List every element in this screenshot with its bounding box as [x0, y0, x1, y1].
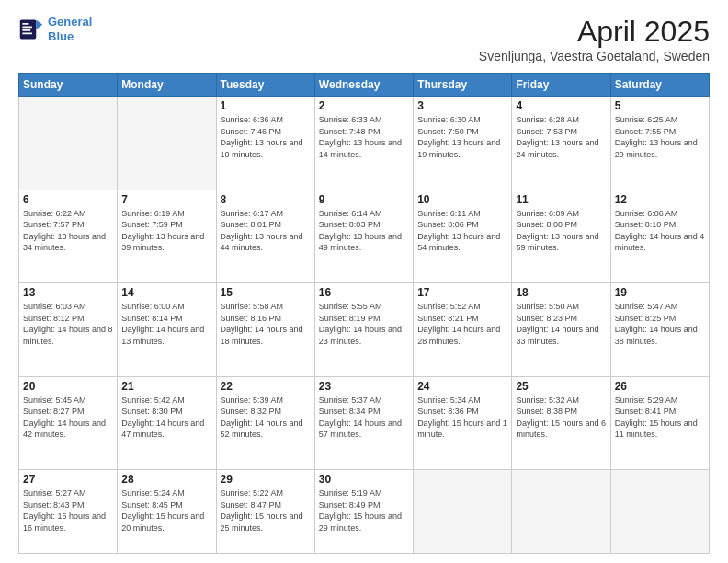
- day-cell: [19, 97, 118, 190]
- day-cell: 24Sunrise: 5:34 AMSunset: 8:36 PMDayligh…: [414, 376, 512, 470]
- day-cell: 29Sunrise: 5:22 AMSunset: 8:47 PMDayligh…: [216, 470, 314, 554]
- day-number: 1: [221, 99, 311, 112]
- header: General Blue April 2025 Svenljunga, Vaes…: [18, 15, 710, 63]
- day-number: 30: [319, 473, 409, 486]
- day-cell: [512, 470, 610, 554]
- day-info: Sunrise: 6:25 AMSunset: 7:55 PMDaylight:…: [615, 114, 705, 160]
- day-number: 23: [319, 380, 409, 393]
- day-info: Sunrise: 5:58 AMSunset: 8:16 PMDaylight:…: [221, 301, 311, 347]
- day-info: Sunrise: 6:03 AMSunset: 8:12 PMDaylight:…: [23, 301, 113, 347]
- day-cell: [610, 470, 709, 554]
- day-number: 22: [221, 380, 311, 393]
- day-cell: 18Sunrise: 5:50 AMSunset: 8:23 PMDayligh…: [512, 283, 610, 377]
- svg-rect-2: [22, 23, 28, 25]
- day-cell: 3Sunrise: 6:30 AMSunset: 7:50 PMDaylight…: [414, 97, 512, 190]
- month-title: April 2025: [479, 15, 710, 49]
- day-number: 6: [23, 193, 113, 206]
- day-info: Sunrise: 5:19 AMSunset: 8:49 PMDaylight:…: [319, 488, 409, 534]
- day-header-friday: Friday: [512, 74, 610, 97]
- day-info: Sunrise: 5:47 AMSunset: 8:25 PMDaylight:…: [615, 301, 705, 347]
- day-number: 26: [615, 380, 705, 393]
- svg-rect-3: [22, 26, 32, 28]
- day-number: 21: [121, 380, 211, 393]
- day-info: Sunrise: 6:17 AMSunset: 8:01 PMDaylight:…: [221, 208, 311, 254]
- day-number: 9: [319, 193, 409, 206]
- title-block: April 2025 Svenljunga, Vaestra Goetaland…: [479, 15, 710, 63]
- day-info: Sunrise: 5:55 AMSunset: 8:19 PMDaylight:…: [319, 301, 409, 347]
- day-cell: 26Sunrise: 5:29 AMSunset: 8:41 PMDayligh…: [610, 376, 709, 470]
- day-cell: [414, 470, 512, 554]
- day-cell: 6Sunrise: 6:22 AMSunset: 7:57 PMDaylight…: [19, 190, 118, 283]
- page: General Blue April 2025 Svenljunga, Vaes…: [0, 0, 728, 563]
- day-cell: 8Sunrise: 6:17 AMSunset: 8:01 PMDaylight…: [216, 190, 314, 283]
- day-info: Sunrise: 5:39 AMSunset: 8:32 PMDaylight:…: [221, 395, 311, 441]
- day-info: Sunrise: 6:28 AMSunset: 7:53 PMDaylight:…: [516, 114, 606, 160]
- day-number: 13: [23, 286, 113, 299]
- week-row-3: 13Sunrise: 6:03 AMSunset: 8:12 PMDayligh…: [19, 283, 710, 377]
- week-row-5: 27Sunrise: 5:27 AMSunset: 8:43 PMDayligh…: [19, 470, 710, 554]
- day-header-wednesday: Wednesday: [314, 74, 413, 97]
- day-number: 15: [221, 286, 311, 299]
- day-cell: 20Sunrise: 5:45 AMSunset: 8:27 PMDayligh…: [19, 376, 118, 470]
- day-cell: 1Sunrise: 6:36 AMSunset: 7:46 PMDaylight…: [216, 97, 314, 190]
- day-number: 3: [417, 99, 507, 112]
- day-number: 11: [516, 193, 606, 206]
- day-cell: 12Sunrise: 6:06 AMSunset: 8:10 PMDayligh…: [610, 190, 709, 283]
- day-info: Sunrise: 6:22 AMSunset: 7:57 PMDaylight:…: [23, 208, 113, 254]
- week-row-2: 6Sunrise: 6:22 AMSunset: 7:57 PMDaylight…: [19, 190, 710, 283]
- day-cell: 19Sunrise: 5:47 AMSunset: 8:25 PMDayligh…: [610, 283, 709, 377]
- day-info: Sunrise: 5:45 AMSunset: 8:27 PMDaylight:…: [23, 395, 113, 441]
- day-info: Sunrise: 6:11 AMSunset: 8:06 PMDaylight:…: [417, 208, 507, 254]
- day-header-saturday: Saturday: [610, 74, 709, 97]
- day-cell: 23Sunrise: 5:37 AMSunset: 8:34 PMDayligh…: [314, 376, 413, 470]
- day-cell: 27Sunrise: 5:27 AMSunset: 8:43 PMDayligh…: [19, 470, 118, 554]
- day-number: 20: [23, 380, 113, 393]
- svg-rect-5: [22, 32, 32, 34]
- day-cell: 22Sunrise: 5:39 AMSunset: 8:32 PMDayligh…: [216, 376, 314, 470]
- day-cell: 10Sunrise: 6:11 AMSunset: 8:06 PMDayligh…: [414, 190, 512, 283]
- day-cell: 11Sunrise: 6:09 AMSunset: 8:08 PMDayligh…: [512, 190, 610, 283]
- day-cell: 2Sunrise: 6:33 AMSunset: 7:48 PMDaylight…: [314, 97, 413, 190]
- logo-general: General: [48, 15, 92, 29]
- day-number: 18: [516, 286, 606, 299]
- day-cell: 9Sunrise: 6:14 AMSunset: 8:03 PMDaylight…: [314, 190, 413, 283]
- day-info: Sunrise: 5:34 AMSunset: 8:36 PMDaylight:…: [417, 395, 507, 441]
- day-info: Sunrise: 6:19 AMSunset: 7:59 PMDaylight:…: [121, 208, 211, 254]
- day-number: 10: [417, 193, 507, 206]
- day-info: Sunrise: 5:37 AMSunset: 8:34 PMDaylight:…: [319, 395, 409, 441]
- day-info: Sunrise: 6:00 AMSunset: 8:14 PMDaylight:…: [121, 301, 211, 347]
- day-info: Sunrise: 6:33 AMSunset: 7:48 PMDaylight:…: [319, 114, 409, 160]
- day-headers-row: SundayMondayTuesdayWednesdayThursdayFrid…: [19, 74, 710, 97]
- day-cell: 13Sunrise: 6:03 AMSunset: 8:12 PMDayligh…: [19, 283, 118, 377]
- day-cell: 15Sunrise: 5:58 AMSunset: 8:16 PMDayligh…: [216, 283, 314, 377]
- day-header-tuesday: Tuesday: [216, 74, 314, 97]
- day-cell: 4Sunrise: 6:28 AMSunset: 7:53 PMDaylight…: [512, 97, 610, 190]
- day-number: 7: [121, 193, 211, 206]
- logo-icon: [18, 17, 44, 42]
- day-info: Sunrise: 5:27 AMSunset: 8:43 PMDaylight:…: [23, 488, 113, 534]
- logo-text: General Blue: [48, 15, 92, 43]
- day-cell: 25Sunrise: 5:32 AMSunset: 8:38 PMDayligh…: [512, 376, 610, 470]
- day-number: 12: [615, 193, 705, 206]
- day-number: 28: [121, 473, 211, 486]
- day-number: 25: [516, 380, 606, 393]
- day-cell: 17Sunrise: 5:52 AMSunset: 8:21 PMDayligh…: [414, 283, 512, 377]
- day-number: 19: [615, 286, 705, 299]
- day-header-monday: Monday: [118, 74, 216, 97]
- day-number: 5: [615, 99, 705, 112]
- day-cell: 14Sunrise: 6:00 AMSunset: 8:14 PMDayligh…: [118, 283, 216, 377]
- day-info: Sunrise: 5:29 AMSunset: 8:41 PMDaylight:…: [615, 395, 705, 441]
- day-cell: 7Sunrise: 6:19 AMSunset: 7:59 PMDaylight…: [118, 190, 216, 283]
- day-info: Sunrise: 5:50 AMSunset: 8:23 PMDaylight:…: [516, 301, 606, 347]
- day-cell: 30Sunrise: 5:19 AMSunset: 8:49 PMDayligh…: [314, 470, 413, 554]
- logo: General Blue: [18, 15, 92, 43]
- day-number: 29: [221, 473, 311, 486]
- svg-rect-4: [22, 29, 30, 31]
- day-header-sunday: Sunday: [19, 74, 118, 97]
- location-title: Svenljunga, Vaestra Goetaland, Sweden: [479, 49, 710, 63]
- day-number: 2: [319, 99, 409, 112]
- logo-blue: Blue: [48, 29, 74, 43]
- day-cell: 21Sunrise: 5:42 AMSunset: 8:30 PMDayligh…: [118, 376, 216, 470]
- day-number: 8: [221, 193, 311, 206]
- day-info: Sunrise: 5:24 AMSunset: 8:45 PMDaylight:…: [121, 488, 211, 534]
